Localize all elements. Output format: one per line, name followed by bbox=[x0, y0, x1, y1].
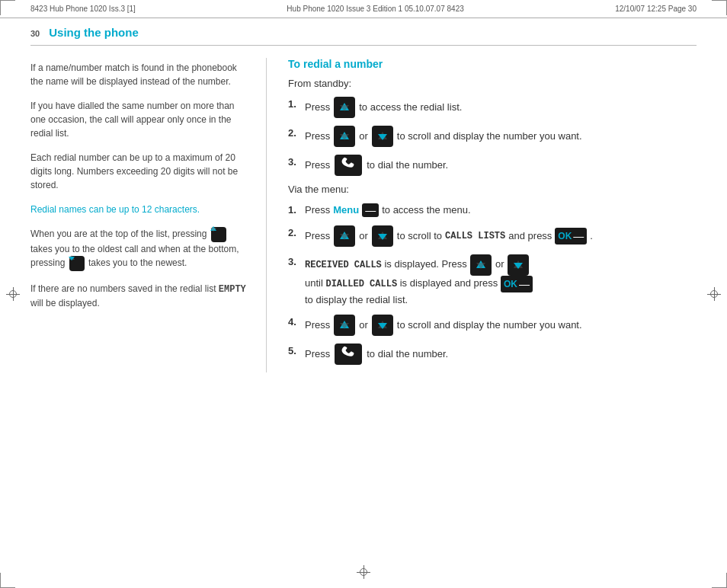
dir-btn-up-m4 bbox=[334, 315, 355, 336]
from-standby-label: From standby: bbox=[288, 78, 697, 89]
divider bbox=[30, 45, 697, 46]
header-left: 8423 Hub Phone 1020 Iss.3 [1] bbox=[30, 5, 136, 13]
note-3: Each redial number can be up to a maximu… bbox=[30, 151, 251, 192]
section-heading: 30 Using the phone bbox=[30, 26, 697, 39]
note-6: If there are no numbers saved in the red… bbox=[30, 282, 251, 310]
step-menu-3: 3. RECEIVED CALLS is displayed. Press or bbox=[288, 254, 697, 308]
step-standby-3: 3. Press to dial the number. bbox=[288, 155, 697, 176]
corner-mark-tl bbox=[0, 0, 15, 15]
dir-btn-up-m2 bbox=[334, 225, 355, 247]
side-mark-right bbox=[707, 287, 721, 301]
right-column: To redial a number From standby: 1. Pres… bbox=[267, 58, 697, 372]
inline-dir-btn-up bbox=[211, 227, 226, 242]
steps-menu: 1. Press Menu — to access the menu. 2. P… bbox=[288, 203, 697, 365]
left-column: If a name/number match is found in the p… bbox=[30, 58, 267, 372]
corner-mark-br bbox=[712, 573, 727, 588]
section-title: Using the phone bbox=[49, 26, 139, 39]
corner-mark-tr bbox=[712, 0, 727, 15]
note-4: Redial names can be up to 12 characters. bbox=[30, 203, 251, 216]
corner-mark-bl bbox=[0, 573, 15, 588]
step-menu-4: 4. Press or bbox=[288, 315, 697, 336]
steps-standby: 1. Press to access the redial list. bbox=[288, 97, 697, 176]
dir-btn-up-2 bbox=[334, 126, 355, 147]
right-heading: To redial a number bbox=[288, 58, 697, 70]
dir-btn-down-m3 bbox=[508, 254, 529, 276]
note-1: If a name/number match is found in the p… bbox=[30, 61, 251, 88]
bottom-center-mark bbox=[357, 565, 370, 579]
main-content: 30 Using the phone If a name/number matc… bbox=[0, 26, 727, 372]
header-right: 12/10/07 12:25 Page 30 bbox=[615, 5, 697, 13]
header-center: Hub Phone 1020 Issue 3 Edition 1 05.10.0… bbox=[287, 5, 463, 13]
step-menu-5: 5. Press to dial the number. bbox=[288, 344, 697, 365]
dir-btn-down-m4 bbox=[372, 315, 393, 336]
page-header: 8423 Hub Phone 1020 Iss.3 [1] Hub Phone … bbox=[0, 0, 727, 18]
phone-btn-1 bbox=[335, 155, 362, 176]
note-5: When you are at the top of the list, pre… bbox=[30, 227, 251, 271]
dir-btn-down-m2 bbox=[372, 225, 393, 247]
ok-dash-m3: OK — bbox=[501, 276, 533, 292]
dir-btn-up-1 bbox=[334, 97, 355, 118]
ok-dash-m2: OK — bbox=[555, 228, 587, 244]
dir-btn-up-m3 bbox=[470, 254, 492, 276]
menu-label: Menu bbox=[333, 203, 359, 218]
via-menu-label: Via the menu: bbox=[288, 184, 697, 195]
inline-dir-btn-down bbox=[69, 256, 85, 271]
page-number: 30 bbox=[30, 29, 40, 38]
dir-btn-down-2 bbox=[372, 126, 393, 147]
menu-ok-btn: — bbox=[362, 203, 379, 217]
step-menu-2: 2. Press or bbox=[288, 225, 697, 247]
note-2: If you have dialled the same number on m… bbox=[30, 99, 251, 140]
step-menu-1: 1. Press Menu — to access the menu. bbox=[288, 203, 697, 218]
two-col-layout: If a name/number match is found in the p… bbox=[30, 58, 697, 372]
phone-btn-2 bbox=[335, 344, 362, 365]
step-standby-2: 2. Press or bbox=[288, 126, 697, 147]
step-standby-1: 1. Press to access the redial list. bbox=[288, 97, 697, 118]
side-mark-left bbox=[6, 287, 20, 301]
